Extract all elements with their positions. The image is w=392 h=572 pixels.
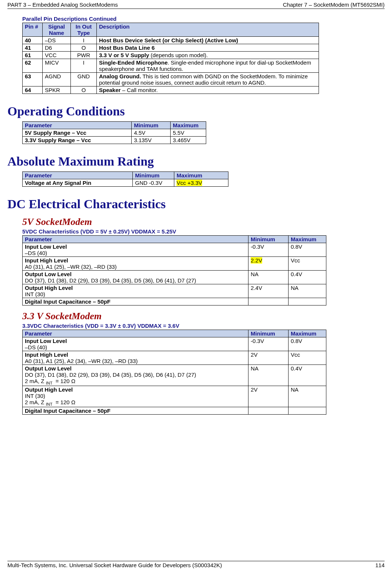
param-detail: –DS (40) [25, 344, 47, 350]
cell: NA [289, 284, 326, 298]
cell: 63 [23, 73, 43, 86]
cell: GND [71, 73, 97, 86]
cell [248, 298, 289, 305]
cell: Analog Ground. This is tied common with … [97, 73, 319, 86]
cell: Host Bus Device Select (or Chip Select) … [97, 37, 319, 44]
page-footer: Multi-Tech Systems, Inc. Universal Socke… [7, 561, 385, 568]
col-header: Parameter [23, 330, 248, 337]
cell: Input Low Level–DS (40) [23, 243, 248, 257]
cell: Output Low LevelDO (37), D1 (38), D2 (29… [23, 365, 248, 386]
page-header: PART 3 – Embedded Analog SocketModems Ch… [7, 0, 385, 9]
table-row: Output Low LevelDO (37), D1 (38), D2 (29… [23, 271, 326, 284]
cell: 3.3V Supply Range – Vcc [23, 137, 132, 144]
table-row: 62 MICV I Single-Ended Microphone. Singl… [23, 59, 319, 73]
table-row: 63 AGND GND Analog Ground. This is tied … [23, 73, 319, 86]
table-header-row: Parameter Minimum Maximum [23, 236, 326, 243]
operating-table: Parameter Minimum Maximum 5V Supply Rang… [22, 121, 206, 144]
table-row: 40 –DS I Host Bus Device Select (or Chip… [23, 37, 319, 44]
cell: Vcc [289, 257, 326, 271]
cell: 2.2V [248, 257, 289, 271]
cell: GND -0.3V [133, 179, 174, 187]
cell: 3.3 V or 5 V Supply (depends upon model)… [97, 52, 319, 59]
table-header-row: Pin # Signal Name In Out Type Descriptio… [23, 23, 319, 37]
cell: 3.465V [171, 137, 206, 144]
table-row: Voltage at Any Signal Pin GND -0.3V Vcc … [23, 179, 228, 187]
cell: NA [289, 386, 326, 407]
param-name: Output High Level [25, 285, 73, 291]
cell: 2V [248, 351, 289, 365]
table-header-row: Parameter Minimum Maximum [23, 330, 326, 337]
cell: 0.4V [289, 365, 326, 386]
cell: 5V Supply Range – Vcc [23, 129, 132, 137]
cell: 64 [23, 86, 43, 94]
param-detail: INT (30) [25, 291, 45, 297]
param-detail: INT (30) [25, 393, 45, 399]
col-header: Pin # [23, 23, 43, 37]
cell: AGND [43, 73, 71, 86]
header-rule [7, 9, 385, 9]
cell: 41 [23, 44, 43, 52]
cell: Input High LevelA0 (31), A1 (25), A2 (34… [23, 351, 248, 365]
cell: Output Low LevelDO (37), D1 (38), D2 (29… [23, 271, 248, 284]
param-detail-2: 2 mA, Z INT = 120 Ω [25, 399, 75, 405]
table-row: 61 VCC PWR 3.3 V or 5 V Supply (depends … [23, 52, 319, 59]
col-header: Parameter [23, 236, 248, 243]
col-header: Description [97, 23, 319, 37]
param-detail: DO (37), D1 (38), D2 (29), D3 (39), D4 (… [25, 372, 196, 378]
dc5v-section: 5V SocketModem 5VDC Characteristics (VDD… [22, 216, 385, 305]
param-name: Input Low Level [25, 243, 67, 250]
param-name: Output Low Level [25, 271, 72, 277]
absmax-table: Parameter Minimum Maximum Voltage at Any… [22, 171, 228, 187]
col-header: Signal Name [43, 23, 71, 37]
cell: -0.3V [248, 337, 289, 351]
table-row: Digital Input Capacitance – 50pF [23, 407, 326, 415]
cell: 5.5V [171, 129, 206, 137]
cell: -0.3V [248, 243, 289, 257]
highlighted-value: Vcc +3.3V [177, 180, 202, 186]
table-header-row: Parameter Minimum Maximum [23, 122, 206, 129]
param-detail-2: 2 mA, Z INT = 120 Ω [25, 378, 75, 384]
cell: Output High LevelINT (30) [23, 284, 248, 298]
cell: NA [248, 365, 289, 386]
cell: O [71, 86, 97, 94]
param-detail: A0 (31), A1 (25), A2 (34), –WR (32), –RD… [25, 358, 138, 364]
cell: 0.8V [289, 337, 326, 351]
desc-bold: Host Bus Data Line 6 [99, 45, 155, 51]
param-name: Input High Level [25, 257, 68, 264]
table-row: 5V Supply Range – Vcc 4.5V 5.5V [23, 129, 206, 137]
desc-rest: (depends upon model). [149, 52, 208, 58]
desc-rest: – Call monitor. [121, 87, 158, 93]
table-row: Input High LevelA0 (31), A1 (25), A2 (34… [23, 351, 326, 365]
param-name: Input High Level [25, 352, 68, 358]
table-row: Input Low Level–DS (40) -0.3V 0.8V [23, 243, 326, 257]
param-name: Input Low Level [25, 338, 67, 344]
cell: 61 [23, 52, 43, 59]
dc33v-section: 3.3 V SocketModem 3.3VDC Characteristics… [22, 311, 385, 415]
col-header: Minimum [133, 172, 174, 179]
cell: 62 [23, 59, 43, 73]
col-header: In Out Type [71, 23, 97, 37]
cell: Vcc +3.3V [174, 179, 228, 187]
dc33v-caption: 3.3VDC Characteristics (VDD = 3.3V ± 0.3… [22, 323, 385, 329]
cell: Input Low Level–DS (40) [23, 337, 248, 351]
table-row: Input Low Level–DS (40) -0.3V 0.8V [23, 337, 326, 351]
cell: 2.4V [248, 284, 289, 298]
table-header-row: Parameter Minimum Maximum [23, 172, 228, 179]
cell: 40 [23, 37, 43, 44]
cell: SPKR [43, 86, 71, 94]
param-detail: A0 (31), A1 (25), –WR (32), –RD (33) [25, 264, 117, 270]
cell: Output High LevelINT (30)2 mA, Z INT = 1… [23, 386, 248, 407]
cell [289, 407, 326, 415]
col-header: Minimum [248, 330, 289, 337]
desc-bold: Analog Ground. [99, 73, 141, 79]
pin-table: Pin # Signal Name In Out Type Descriptio… [22, 23, 319, 94]
cell: 2V [248, 386, 289, 407]
table-row: Output Low LevelDO (37), D1 (38), D2 (29… [23, 365, 326, 386]
cell: D6 [43, 44, 71, 52]
cell: 4.5V [132, 129, 171, 137]
operating-section: Parameter Minimum Maximum 5V Supply Rang… [22, 121, 385, 144]
dc33v-table: Parameter Minimum Maximum Input Low Leve… [22, 330, 326, 415]
cell: MICV [43, 59, 71, 73]
cell [289, 298, 326, 305]
col-header: Minimum [248, 236, 289, 243]
